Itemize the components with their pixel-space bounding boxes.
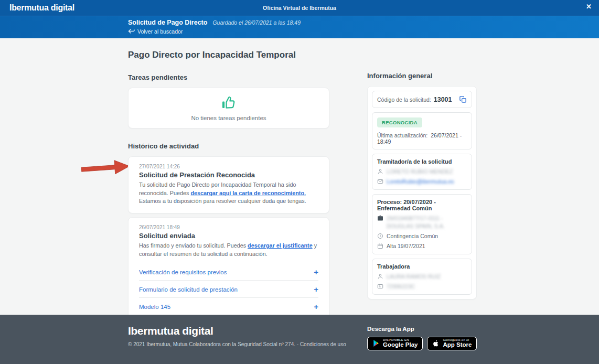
calendar-icon [377,243,383,249]
entry-text-after: Estamos a tu disposición para resolver c… [139,198,306,204]
page-title: Pago Directo por Incapacidad Temporal [128,50,329,60]
right-column: Información general Código de la solicit… [367,38,477,299]
apple-icon [432,339,440,348]
handler-name-redacted: LORETO RUBIO MENDEZ [387,168,453,175]
download-recognition-letter-link[interactable]: descargar aquí la carta de reconocimient… [190,190,306,196]
handler-email-redacted[interactable]: LoretoRubio@ibermutua.es [387,178,454,185]
entry-title: Solicitud enviada [139,232,318,240]
annotation-arrow [81,159,130,179]
general-info-card: Código de la solicitud: 13001 RECONOCIDA… [367,86,477,299]
plus-icon: + [314,268,318,276]
main-content: Pago Directo por Incapacidad Temporal Ta… [0,38,599,315]
download-app-heading: Descarga la App [367,326,477,332]
portal-title: Oficina Virtual de Ibermutua [0,5,599,11]
entry-timestamp: 27/07/2021 14:26 [139,164,318,169]
thumbs-up-icon [220,94,238,113]
google-play-text: DISPONIBLE EN Google Play [383,338,418,348]
worker-name-redacted: LAURA RAMOS RUIZ [387,273,441,280]
person-icon [377,168,383,175]
top-header-bar: Ibermutua digital Oficina Virtual de Ibe… [0,0,599,16]
back-link-label: Volver al buscador [137,28,183,35]
worker-box: Trabajadora LAURA RAMOS RUIZ [372,259,472,295]
badge-line2: Google Play [383,342,418,348]
accordion-label: Formulario de solicitud de prestación [139,286,238,293]
copyright-text: © 2021 Ibermutua, Mutua Colaboradora con… [128,341,300,347]
ibermutua-digital-footer-logo: Ibermutua digital [128,325,346,337]
accordion-item-modelo145[interactable]: Modelo 145 + [139,298,318,315]
id-card-icon [377,283,383,290]
copy-icon[interactable] [459,95,467,103]
download-receipt-link[interactable]: descargar el justificante [248,242,313,249]
footer: Ibermutua digital © 2021 Ibermutua, Mutu… [0,315,599,364]
person-icon [377,273,383,280]
handler-title: Tramitador/a de la solicitud [377,158,467,165]
process-box: Proceso: 20/07/2020 - Enfermedad Común 2… [372,194,472,254]
plus-icon: + [314,285,318,293]
entry-text: Has firmado y enviado tu solicitud. Pued… [139,242,318,258]
accordion-item-requisitos[interactable]: Verificación de requisitos previos + [139,263,318,281]
left-column: Pago Directo por Incapacidad Temporal Ta… [128,38,329,358]
request-header-bar: Solicitud de Pago Directo Guardado el 26… [0,16,599,38]
history-heading: Histórico de actividad [128,142,329,150]
handler-box: Tramitador/a de la solicitud LORETO RUBI… [372,154,472,190]
copyright-line: © 2021 Ibermutua, Mutua Colaboradora con… [128,341,346,347]
status-box: RECONOCIDA Última actualización: 26/07/2… [372,112,472,149]
back-arrow-icon [128,29,135,34]
saved-timestamp: Guardado el 26/07/2021 a las 18:49 [212,19,301,26]
tasks-heading: Tareas pendientes [128,73,329,81]
close-icon[interactable]: ✕ [586,3,592,10]
process-contingency: Contingencia Común [387,232,438,240]
entry-text-before: Has firmado y enviado tu solicitud. Pued… [139,242,248,249]
process-title: Proceso: 20/07/2020 - Enfermedad Común [377,199,467,211]
worker-id-redacted: 72996223C [387,283,415,290]
terms-of-use-link[interactable]: Condiciones de uso [300,341,346,347]
entry-timestamp: 26/07/2021 18:49 [139,224,318,230]
plus-icon: + [314,303,318,311]
company-icon [377,215,383,221]
accordion-label: Verificación de requisitos previos [139,269,227,275]
last-update-row: Última actualización: 26/07/2021 - 18:49 [377,132,467,145]
back-to-search-link[interactable]: Volver al buscador [128,28,183,35]
request-title: Solicitud de Pago Directo [128,19,207,26]
no-pending-tasks-message: No tienes tareas pendientes [134,115,324,121]
accordion-item-formulario[interactable]: Formulario de solicitud de prestación + [139,281,318,298]
general-info-heading: Información general [367,72,477,80]
clock-icon [377,233,383,239]
badge-line2: App Store [443,342,472,348]
request-code-box: Código de la solicitud: 13001 [372,91,472,108]
entry-title: Solicitud de Prestación Reconocida [139,171,318,179]
history-entry-card: 27/07/2021 14:26 Solicitud de Prestación… [128,156,329,213]
process-company-redacted: 29/01940877/17-0111 - DOUGLAS SPAIN, S.A… [387,215,467,229]
entry-text: Tu solicitud de Pago Directo por Incapac… [139,181,318,206]
google-play-badge[interactable]: DISPONIBLE EN Google Play [367,337,423,350]
app-store-badge[interactable]: Consíguelo en el App Store [427,337,477,350]
envelope-icon [377,178,383,185]
pending-tasks-card: No tienes tareas pendientes [128,88,329,129]
request-code-value: 13001 [434,96,452,103]
accordion-label: Modelo 145 [139,304,170,310]
process-alta-date: Alta 19/07/2021 [387,242,425,250]
request-code-label: Código de la solicitud: [377,97,431,103]
google-play-icon [372,339,380,347]
last-update-label: Última actualización: [377,132,427,138]
app-store-text: Consíguelo en el App Store [443,338,472,348]
status-badge: RECONOCIDA [377,117,422,127]
worker-title: Trabajadora [377,263,467,270]
